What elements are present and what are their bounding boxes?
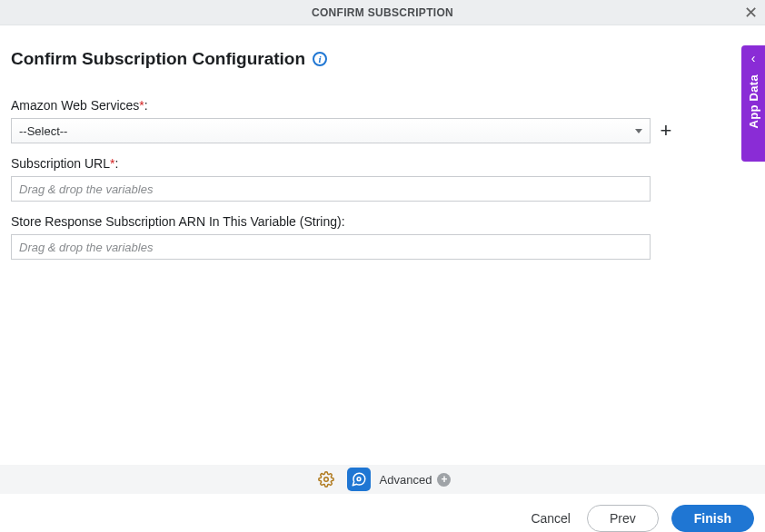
chat-icon[interactable] [347,468,371,491]
sub-url-label-text: Subscription URL [11,156,110,171]
chevron-down-icon [635,129,642,133]
app-data-label: App Data [747,74,760,128]
info-icon[interactable]: i [313,52,327,66]
cancel-button[interactable]: Cancel [527,506,574,531]
page-title-row: Confirm Subscription Configuration i [11,49,754,69]
close-icon[interactable]: ✕ [744,5,758,21]
aws-select[interactable]: --Select-- [11,118,651,143]
finish-button[interactable]: Finish [671,505,754,532]
prev-button[interactable]: Prev [587,505,659,532]
store-arn-input[interactable] [11,234,651,260]
gear-icon[interactable] [314,468,338,491]
chevron-left-icon: ‹ [751,51,756,65]
dialog-header: CONFIRM SUBSCRIPTION ✕ [0,0,765,25]
bottom-toolbar: Advanced + [0,465,765,494]
aws-select-value: --Select-- [19,124,67,138]
aws-colon: : [144,98,148,113]
field-aws: Amazon Web Services*: --Select-- + [11,98,754,143]
svg-point-1 [357,478,361,481]
svg-point-0 [323,478,328,482]
field-store-arn: Store Response Subscription ARN In This … [11,214,754,260]
aws-label: Amazon Web Services*: [11,98,754,113]
app-data-panel-toggle[interactable]: ‹ App Data [741,45,765,162]
advanced-label: Advanced [380,473,432,487]
plus-circle-icon: + [437,473,451,487]
advanced-toggle[interactable]: Advanced + [380,473,452,487]
dialog-content: Confirm Subscription Configuration i Ama… [0,25,765,260]
aws-label-text: Amazon Web Services [11,98,139,113]
store-arn-label: Store Response Subscription ARN In This … [11,214,754,229]
field-subscription-url: Subscription URL*: [11,156,754,202]
page-title: Confirm Subscription Configuration [11,49,305,69]
subscription-url-input[interactable] [11,176,651,202]
add-aws-button[interactable]: + [658,123,674,139]
dialog-title: CONFIRM SUBSCRIPTION [312,6,453,19]
footer-buttons: Cancel Prev Finish [527,505,754,532]
sub-url-colon: : [114,156,118,171]
aws-select-row: --Select-- + [11,118,754,143]
sub-url-label: Subscription URL*: [11,156,754,171]
